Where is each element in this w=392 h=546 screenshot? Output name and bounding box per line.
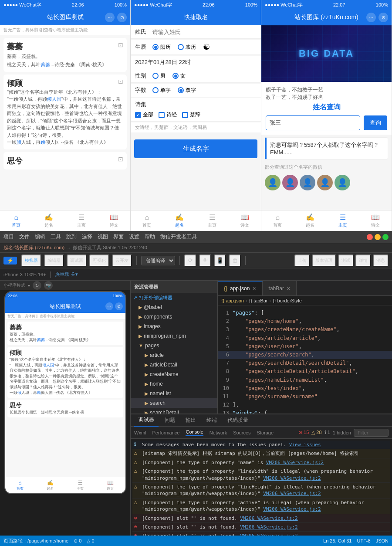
phone3-nav-home[interactable]: ⌂首页 <box>261 210 294 231</box>
check-all[interactable]: ✓ 全部 <box>135 111 153 119</box>
copy-icon-2[interactable]: ⊡ <box>118 78 123 85</box>
tree-folder-pages[interactable]: ▼pages <box>131 341 217 350</box>
tab-tabbar-close[interactable]: × <box>287 285 290 292</box>
editor-tab-tabbar[interactable]: tabBar × <box>263 281 297 295</box>
upload-btn[interactable]: 上传 <box>294 254 310 267</box>
preview-btn[interactable]: 👁 <box>199 254 211 267</box>
phone3-menu-icon[interactable]: ··· <box>366 13 376 22</box>
window-max-btn[interactable] <box>382 234 389 240</box>
menu-tools[interactable]: 工具 <box>51 233 61 241</box>
menu-goto[interactable]: 跳到 <box>66 233 77 241</box>
radio-nongli[interactable]: 农历 <box>178 44 196 51</box>
phone2-nav-name[interactable]: ✍起名 <box>163 210 196 231</box>
sim-menu-icon[interactable]: ··· <box>105 302 113 310</box>
version-btn[interactable]: 版本管理 <box>312 254 336 267</box>
sim-nav-name[interactable]: ✍起名 <box>35 477 65 493</box>
tree-folder-miniprogram-npm[interactable]: ▶miniprogram_npm <box>131 331 217 341</box>
msg5-link[interactable]: VM206 WAService.js:2 <box>263 491 321 496</box>
compile-btn[interactable]: ⟳ <box>184 254 196 267</box>
surname-input[interactable] <box>152 29 257 35</box>
msg4-link[interactable]: VM206 WAService.js:2 <box>263 475 321 481</box>
toolbar-cloud-btn[interactable]: 云开发 <box>112 254 132 267</box>
storage-tab[interactable]: Storage <box>257 430 274 435</box>
menu-project[interactable]: 项目 <box>3 233 14 241</box>
sim-nav-poetry[interactable]: 📖诗文 <box>95 477 125 493</box>
compile-type-select[interactable]: 普通编译 <box>141 256 175 265</box>
menu-select[interactable]: 选择 <box>82 233 92 241</box>
details-btn[interactable]: 详情 <box>355 254 371 267</box>
phone1-nav-home[interactable]: ⌂ 首页 <box>0 210 33 231</box>
sim-cam-icon[interactable]: ⊙ <box>115 302 123 310</box>
sim-nav-main[interactable]: ☰主页 <box>65 477 95 493</box>
tree-folder-components[interactable]: ▶components <box>131 312 217 322</box>
console-tab-quality[interactable]: 代码质量 <box>223 414 253 427</box>
console-tab-output[interactable]: 输出 <box>181 414 200 427</box>
menu-help[interactable]: 帮助 <box>145 233 155 241</box>
test-btn[interactable]: 测试 <box>338 254 354 267</box>
query-name-input[interactable] <box>266 115 360 130</box>
phone1-nav-name[interactable]: ✍ 起名 <box>33 210 65 231</box>
radio-yangli[interactable]: 阳历 <box>152 44 171 51</box>
toolbar-visual-btn[interactable]: 可视化 <box>89 254 109 267</box>
tree-folder-searchdetail[interactable]: ▶searchDetail <box>131 408 217 414</box>
phone3-nav-main[interactable]: ☰主页 <box>327 210 359 231</box>
sources-tab[interactable]: Sources <box>233 430 250 435</box>
tree-folder-search[interactable]: ▶search <box>131 398 217 408</box>
network-tab[interactable]: Network <box>210 430 227 435</box>
msg1-link[interactable]: View issues <box>289 442 321 448</box>
phone3-nav-name[interactable]: ✍起名 <box>294 210 327 231</box>
phone3-nav-poetry[interactable]: 📖诗文 <box>359 210 392 231</box>
msg9-link[interactable]: VM206 WAService.js:2 <box>240 533 297 536</box>
wxml-tab[interactable]: Wxml <box>134 430 146 435</box>
toolbar-debugger-btn[interactable]: 调试器 <box>67 254 87 267</box>
copy-icon-1[interactable]: ⊡ <box>118 41 123 48</box>
menu-wechat[interactable]: 微信开发者工具 <box>160 233 197 241</box>
screenshot-icon[interactable]: 📷 <box>44 281 53 290</box>
phone3-camera-icon[interactable]: ⊙ <box>378 13 388 22</box>
toolbar-editor-btn[interactable]: 编辑器 <box>44 254 64 267</box>
phone2-nav-poetry[interactable]: 📖诗文 <box>228 210 261 231</box>
tree-open-explorer[interactable]: ↗ 打开外部编辑器 <box>131 293 217 302</box>
console-tab-debugger[interactable]: 调试器 <box>134 414 159 427</box>
real-device-btn[interactable]: 📱 <box>214 254 226 267</box>
window-close-btn[interactable] <box>367 234 373 240</box>
window-min-btn[interactable] <box>375 234 381 240</box>
phone1-nav-poetry[interactable]: 📖 诗文 <box>98 210 130 231</box>
check-shijing[interactable]: 诗经 <box>159 111 177 119</box>
tree-folder-namelist[interactable]: ▶nameList <box>131 389 217 398</box>
phone2-nav-main[interactable]: ☰主页 <box>196 210 229 231</box>
tree-folder-createname[interactable]: ▶createName <box>131 370 217 379</box>
perf-tab[interactable]: Performance <box>152 430 180 435</box>
tree-folder-home[interactable]: ▶home <box>131 379 217 389</box>
radio-double[interactable]: 双字 <box>178 87 196 94</box>
tree-folder-babel[interactable]: ▶@babel <box>131 302 217 312</box>
phone1-camera-icon[interactable]: ⊙ <box>117 13 127 22</box>
tab-appjson-close[interactable]: × <box>252 285 256 292</box>
radio-single[interactable]: 单字 <box>152 87 171 94</box>
hotreload-link[interactable]: 热重载 关▾ <box>55 271 78 278</box>
menu-interface[interactable]: 界面 <box>113 233 124 241</box>
menu-file[interactable]: 文件 <box>19 233 30 241</box>
menu-settings[interactable]: 设置 <box>129 233 139 241</box>
console-tab-terminal[interactable]: 终端 <box>202 414 221 427</box>
article-item-3[interactable]: 思兮 ⊡ <box>3 152 127 170</box>
messages-btn[interactable]: 消息 <box>373 254 389 267</box>
phone2-nav-home[interactable]: ⌂首页 <box>131 210 163 231</box>
menu-view[interactable]: 视图 <box>98 233 108 241</box>
tree-folder-images[interactable]: ▶images <box>131 322 217 331</box>
check-chuci[interactable]: 楚辞 <box>182 111 200 119</box>
editor-tab-appjson[interactable]: {} app.json × <box>218 281 263 295</box>
msg8-link[interactable]: VM206 WAService.js:2 <box>240 524 297 530</box>
sim-nav-home[interactable]: ⌂首页 <box>5 477 35 493</box>
query-button[interactable]: 查询 <box>364 115 387 130</box>
clear-cache-btn[interactable]: 🗑 <box>229 254 241 267</box>
msg7-link[interactable]: VM206 WAService.js:2 <box>240 515 297 521</box>
msg3-link[interactable]: VM206 WAService.js:2 <box>266 460 324 465</box>
radio-female[interactable]: 女 <box>172 72 186 80</box>
menu-edit[interactable]: 编辑 <box>35 233 45 241</box>
console-filter-input[interactable] <box>354 429 389 437</box>
article-item-1[interactable]: 蓁蓁 ⊡ 蓁蓁，茂盛貌。 桃之夭夭，其叶蓁蓁 --诗经·先秦 《周南·桃夭》 <box>3 38 127 72</box>
tree-folder-articledetail[interactable]: ▶articleDetail <box>131 360 217 370</box>
generate-button[interactable]: 生成名字 <box>134 139 257 158</box>
console-subtab-console[interactable]: Console <box>186 429 203 436</box>
